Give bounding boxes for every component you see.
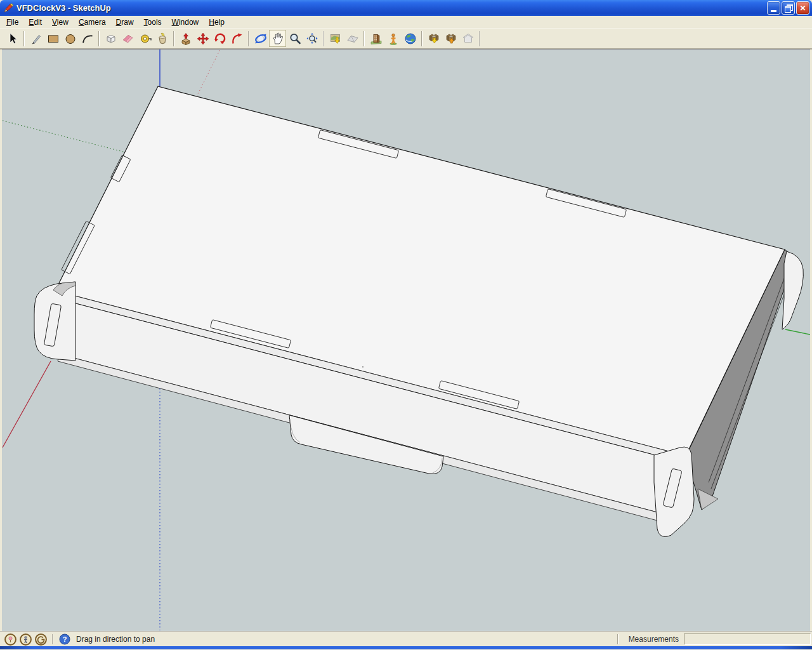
pan-hand-icon [271, 32, 285, 46]
status-hint: Drag in direction to pan [76, 635, 613, 644]
restore-icon [785, 4, 792, 11]
push-pull-tool-button[interactable] [177, 30, 194, 47]
eraser-icon [121, 32, 135, 46]
globe-icon [403, 32, 417, 46]
model-viewport [2, 50, 810, 632]
modeling-canvas[interactable] [2, 49, 810, 631]
tape-measure-tool-button[interactable] [136, 30, 154, 47]
menu-help[interactable]: Help [204, 17, 230, 28]
red-axis-solid [3, 361, 51, 448]
toggle-terrain-tool-button[interactable] [344, 30, 361, 47]
circle-icon [63, 32, 77, 46]
menu-tools[interactable]: Tools [139, 17, 167, 28]
model-geometry [34, 86, 803, 536]
select-icon [6, 32, 20, 46]
minimize-button[interactable] [767, 1, 780, 15]
restore-button[interactable] [782, 1, 795, 15]
make-component-tool-button[interactable] [102, 30, 119, 47]
pencil-icon [29, 32, 43, 46]
follow-me-icon [230, 32, 244, 46]
zoom-icon [288, 32, 302, 46]
get-models-tool-button[interactable] [425, 30, 442, 47]
rotate-tool-button[interactable] [211, 30, 228, 47]
add-location-tool-button[interactable] [327, 30, 344, 47]
sign-in-icon[interactable] [34, 633, 47, 646]
statusbar-divider [617, 634, 619, 644]
pan-tool-button[interactable] [269, 30, 286, 47]
zoom-extents-tool-button[interactable] [303, 30, 320, 47]
orbit-icon [254, 32, 268, 46]
box-download-icon [427, 32, 441, 46]
paint-bucket-icon [155, 32, 169, 46]
photo-textures-tool-button[interactable] [367, 30, 384, 47]
help-icon[interactable]: ? [58, 633, 71, 646]
rectangle-tool-button[interactable] [44, 30, 62, 47]
move-tool-button[interactable] [194, 30, 211, 47]
minimize-icon [771, 10, 776, 12]
orbit-tool-button[interactable] [252, 30, 269, 47]
toolbar-separator [173, 31, 174, 46]
zoom-extents-icon [305, 32, 319, 46]
paint-bucket-tool-button[interactable] [154, 30, 171, 47]
eraser-tool-button[interactable] [119, 30, 136, 47]
status-bar: ? Drag in direction to pan Measurements [0, 632, 812, 646]
add-location-icon [329, 32, 343, 46]
share-model-tool-button[interactable] [442, 30, 459, 47]
zoom-tool-button[interactable] [286, 30, 303, 47]
line-tool-button[interactable] [27, 30, 44, 47]
window-title: VFDClockV3 - SketchUp [16, 3, 766, 13]
menu-camera[interactable]: Camera [74, 17, 111, 28]
menu-bar: File Edit View Camera Draw Tools Window … [0, 16, 812, 29]
building-icon [369, 32, 383, 46]
toolbar-separator [323, 31, 324, 46]
menu-edit[interactable]: Edit [23, 17, 47, 28]
toolbar-separator [479, 31, 480, 46]
share-component-tool-button[interactable] [459, 30, 476, 47]
toolbar-separator [363, 31, 365, 46]
tape-measure-icon [138, 32, 152, 46]
arc-tool-button[interactable] [79, 30, 96, 47]
menu-window[interactable]: Window [167, 17, 204, 28]
toolbar-separator [23, 31, 25, 46]
follow-me-tool-button[interactable] [228, 30, 246, 47]
toolbar-separator [248, 31, 249, 46]
statusbar-divider [52, 634, 53, 644]
toolbar [0, 29, 812, 49]
menu-file[interactable]: File [1, 17, 23, 28]
red-axis-dotted [197, 50, 220, 96]
google-earth-tool-button[interactable] [402, 30, 419, 47]
geolocation-icon[interactable] [4, 633, 16, 646]
add-new-building-tool-button[interactable] [384, 30, 402, 47]
component-cube-icon [104, 32, 118, 46]
toolbar-separator [421, 31, 422, 46]
arc-icon [81, 32, 95, 46]
menu-draw[interactable]: Draw [111, 17, 139, 28]
select-tool-button[interactable] [4, 30, 21, 47]
rotate-icon [213, 32, 227, 46]
measurements-input[interactable] [684, 633, 811, 645]
measurements-label: Measurements [629, 635, 679, 644]
menu-view[interactable]: View [47, 17, 74, 28]
green-axis-dotted [3, 121, 126, 152]
green-axis-solid [785, 329, 810, 335]
person-icon [386, 32, 400, 46]
app-icon [3, 3, 13, 13]
title-bar: VFDClockV3 - SketchUp ✕ [0, 0, 812, 16]
window-frame-bottom [0, 646, 812, 649]
rectangle-icon [46, 32, 60, 46]
credits-icon[interactable] [19, 633, 32, 646]
move-icon [196, 32, 210, 46]
box-upload-icon [444, 32, 458, 46]
svg-text:?: ? [63, 635, 67, 643]
toolbar-separator [98, 31, 100, 46]
circle-tool-button[interactable] [62, 30, 79, 47]
house-disabled-icon [461, 32, 475, 46]
push-pull-icon [179, 32, 193, 46]
close-button[interactable]: ✕ [796, 1, 809, 15]
close-icon: ✕ [799, 4, 806, 12]
terrain-icon [346, 32, 360, 46]
